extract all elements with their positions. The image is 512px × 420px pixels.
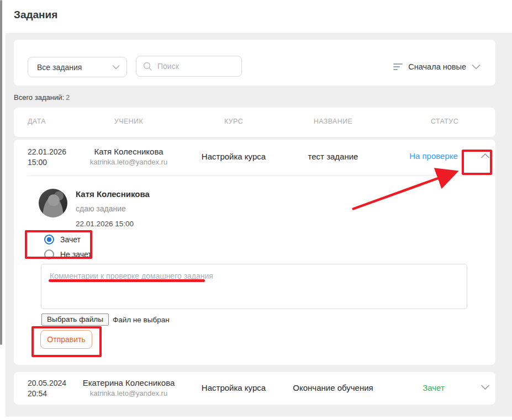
chevron-down-icon (472, 64, 481, 70)
choose-files-button[interactable]: Выбрать файлы (41, 313, 109, 326)
chevron-up-icon (481, 153, 490, 159)
file-upload: Выбрать файлы Файл не выбран (41, 313, 170, 326)
column-header-status: СТАТУС (389, 118, 500, 125)
page-title: Задания (14, 9, 57, 21)
cell-title: тест задание (278, 152, 388, 161)
sort-lines-icon (393, 63, 403, 70)
status-badge: На проверке (389, 151, 478, 161)
cell-course: Настройка курса (178, 383, 289, 392)
grade-option-fail-label: Не зачет (60, 250, 92, 259)
column-header-course: КУРС (178, 118, 289, 125)
filter-bar: Все задания Сначала новые (14, 40, 495, 86)
column-header-date: ДАТА (28, 118, 46, 125)
expand-row-button[interactable] (481, 384, 490, 390)
assignments-page: Задания Все задания Сначала новые Всего … (0, 0, 512, 420)
cell-title: Окончание обучения (278, 383, 388, 392)
column-header-title: НАЗВАНИЕ (278, 118, 388, 125)
sort-label: Сначала новые (408, 62, 466, 71)
submission-message: сдаю задание (76, 204, 126, 213)
status-badge: Зачет (389, 383, 478, 392)
grade-option-pass[interactable]: Зачет (44, 235, 92, 244)
column-header-student: УЧЕНИК (73, 118, 184, 125)
submission-author: Катя Колесникова (76, 189, 150, 199)
avatar (39, 189, 67, 217)
assignment-filter-value: Все задания (37, 63, 82, 72)
sort-control[interactable]: Сначала новые (393, 61, 481, 73)
assignments-count-value: 2 (66, 93, 70, 102)
cell-student: Катя Колесникова katrinka.leto@yandex.ru (62, 147, 195, 166)
chevron-down-icon (112, 65, 120, 70)
search-input[interactable] (157, 62, 229, 71)
grade-radio-group: Зачет Не зачет (44, 235, 92, 259)
grade-option-pass-label: Зачет (60, 235, 81, 244)
chevron-down-icon (481, 384, 490, 390)
assignment-card-expanded: 22.01.2026 15:00 Катя Колесникова katrin… (14, 140, 495, 365)
submission-timestamp: 22.01.2026 15:00 (76, 220, 134, 228)
search-icon (143, 62, 152, 71)
content-panel: Все задания Сначала новые Всего заданий:… (6, 33, 512, 417)
vertical-scrollbar[interactable] (0, 0, 2, 345)
submit-button[interactable]: Отправить (40, 330, 92, 349)
grade-radio-fail[interactable] (44, 249, 54, 259)
grade-radio-pass[interactable] (44, 235, 54, 244)
assignment-card-collapsed[interactable]: 20.05.2024 20:54 Екатерина Колесникова k… (14, 372, 495, 405)
cell-student: Екатерина Колесникова katrinka.leto@yand… (62, 378, 195, 397)
assignments-count: Всего заданий:2 (14, 93, 70, 102)
file-status-text: Файл не выбран (113, 316, 170, 324)
assignment-filter-dropdown[interactable]: Все задания (28, 57, 127, 77)
collapse-row-button[interactable] (481, 153, 490, 159)
assignments-count-label: Всего заданий: (14, 93, 64, 102)
grade-option-fail[interactable]: Не зачет (44, 249, 92, 259)
comment-textarea[interactable] (41, 264, 467, 309)
search-box[interactable] (136, 56, 242, 77)
table-header: ДАТА УЧЕНИК КУРС НАЗВАНИЕ СТАТУС (14, 108, 495, 137)
cell-course: Настройка курса (178, 152, 289, 161)
row-divider (27, 176, 482, 176)
